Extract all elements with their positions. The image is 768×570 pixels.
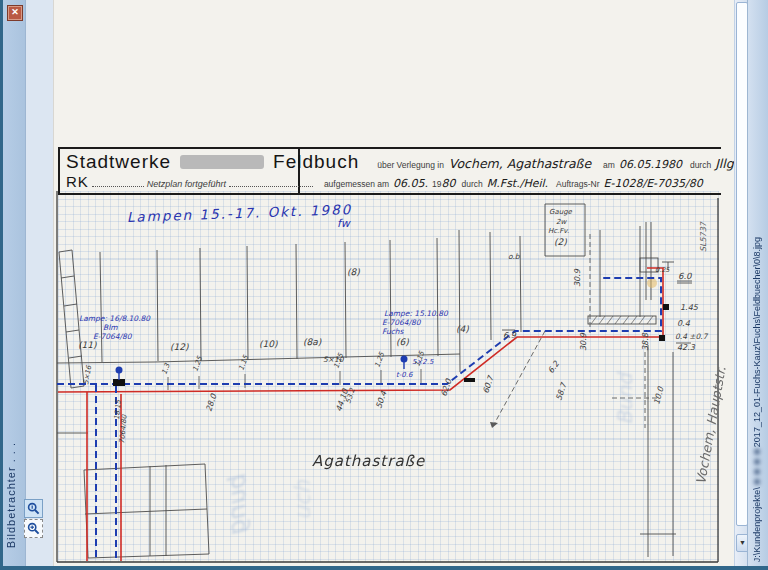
- lamp-note-left: Blm: [103, 323, 118, 332]
- svg-text:62.0: 62.0: [439, 377, 453, 398]
- lamp-note-left: E-7064/80: [93, 332, 133, 341]
- svg-text:(4): (4): [456, 324, 469, 334]
- field-sketch: bung Bund uch Lampen 15.-17. Okt. 1980 f…: [0, 0, 768, 570]
- garage-note: Gauge 2w Hc.Fv.: [548, 208, 573, 235]
- cable-blue: [57, 278, 661, 561]
- svg-text:50.4: 50.4: [374, 389, 388, 410]
- svg-text:1.15: 1.15: [237, 354, 250, 372]
- svg-text:(12): (12): [170, 342, 189, 352]
- image-viewer-window: ✕ Bildbetrachter . . . Stadtwerke Feldbu…: [0, 0, 768, 570]
- right-panel: J:\Kundenprojekte\■■■■2017_12_01-Fuchs-K…: [747, 0, 768, 566]
- svg-text:7064/80: 7064/80: [118, 414, 129, 444]
- svg-text:28.0: 28.0: [204, 392, 218, 413]
- svg-text:bung: bung: [223, 472, 251, 535]
- svg-text:2w: 2w: [556, 218, 567, 226]
- svg-text:(2): (2): [554, 237, 567, 247]
- svg-text:1.15: 1.15: [413, 350, 426, 368]
- lamp-note-mid: E-7064/80: [382, 318, 422, 327]
- svg-text:53.2: 53.2: [344, 387, 357, 405]
- paper-stain: [647, 278, 657, 288]
- svg-text:0.4: 0.4: [677, 319, 691, 328]
- street-label: Agathastraße: [312, 452, 426, 470]
- svg-text:1.15: 1.15: [332, 352, 345, 370]
- svg-text:10.0: 10.0: [652, 385, 666, 405]
- window-border-bottom: [0, 566, 768, 570]
- svg-text:(8a): (8a): [303, 337, 322, 347]
- arrowhead: [490, 422, 498, 428]
- ink-notes: Lampen 15.-17. Okt. 1980 fw Lampe: 16/8.…: [79, 201, 449, 379]
- file-path-suffix: 2017_12_01-Fuchs-Kauz\Fuchs\Feldbuecher\…: [752, 237, 762, 447]
- arrow-down-icon: ▼: [739, 539, 746, 546]
- sheet-frame: [57, 191, 718, 562]
- file-path-prefix: J:\Kundenprojekte\: [752, 487, 762, 562]
- vertical-scrollbar[interactable]: ▼: [734, 0, 748, 566]
- side-street-label: Vochem, Hauptstr.: [693, 365, 729, 485]
- svg-text:1.45: 1.45: [680, 303, 699, 312]
- ghost-text: bung Bund uch: [223, 371, 637, 535]
- tick-marks: [168, 369, 421, 390]
- svg-text:58.7: 58.7: [554, 381, 568, 402]
- svg-text:30.9: 30.9: [573, 268, 582, 287]
- svg-text:1.3: 1.3: [160, 362, 172, 376]
- cable-red: [58, 268, 663, 561]
- svg-text:1.25: 1.25: [373, 351, 386, 369]
- svg-text:6.2: 6.2: [546, 359, 561, 375]
- measurement-labels: 1.3 1.25 1.15 1.15 1.25 1.15 28.0 44.10 …: [82, 252, 709, 444]
- plot-labels: (11) (12) (8) (10) (8a) (6) (4) (2): [78, 237, 567, 352]
- window-border-left: [0, 0, 3, 570]
- plot-boundaries: [57, 204, 676, 558]
- hatch-marks: [591, 316, 653, 324]
- svg-text:0.4 ±0.7: 0.4 ±0.7: [675, 332, 709, 341]
- svg-text:(8): (8): [347, 267, 360, 277]
- lampen-signature: fw: [337, 217, 352, 230]
- svg-text:(10): (10): [259, 339, 278, 349]
- cable-spec: 5×2.5: [412, 358, 434, 366]
- svg-text:38.8: 38.8: [641, 332, 650, 351]
- svg-text:o.b: o.b: [508, 252, 521, 261]
- lampen-note: Lampen 15.-17. Okt. 1980: [127, 201, 353, 225]
- lamp-note-left: Lampe: 16/8.10.80: [79, 314, 151, 323]
- svg-text:Hc.Fv.: Hc.Fv.: [548, 227, 569, 235]
- depth-note: t-0.6: [396, 371, 413, 379]
- svg-text:5×10: 5×10: [323, 355, 345, 364]
- svg-text:1.25: 1.25: [191, 355, 204, 373]
- svg-text:6.0: 6.0: [678, 271, 693, 281]
- lamp-note-mid: Fuchs: [382, 327, 405, 336]
- file-path: J:\Kundenprojekte\■■■■2017_12_01-Fuchs-K…: [752, 237, 762, 562]
- file-path-redacted: ■■■■: [752, 447, 762, 487]
- svg-text:60.7: 60.7: [481, 374, 495, 395]
- svg-text:Gauge: Gauge: [549, 208, 573, 216]
- lamp-note-mid: Lampe: 15.10.80: [384, 309, 449, 318]
- svg-text:42.3: 42.3: [677, 343, 696, 352]
- corner-id: SL5737: [699, 221, 708, 252]
- svg-text:30.9: 30.9: [579, 332, 588, 351]
- svg-text:uch: uch: [290, 479, 315, 520]
- svg-text:(6): (6): [396, 337, 409, 347]
